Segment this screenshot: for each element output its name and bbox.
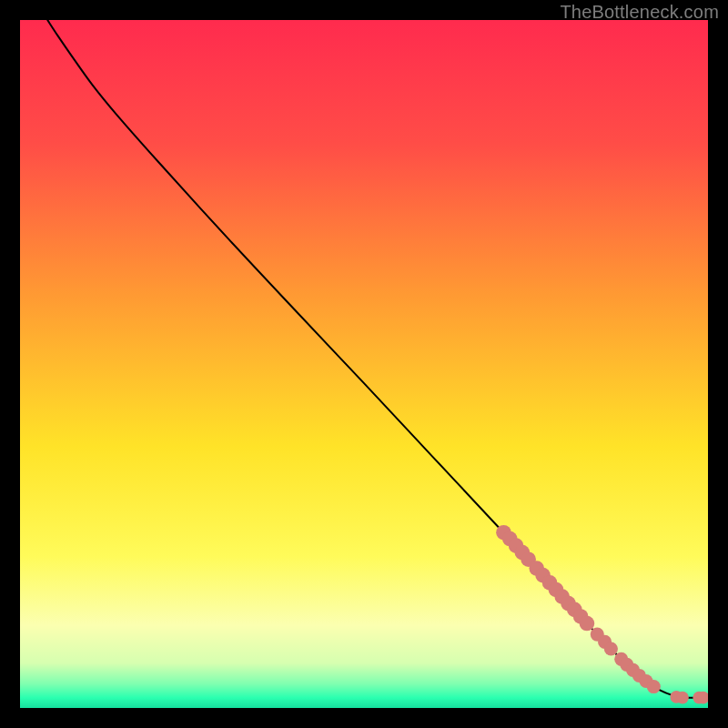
chart-stage: TheBottleneck.com [0,0,728,728]
data-marker [604,642,618,655]
data-marker [647,680,661,693]
plot-svg [20,20,708,708]
data-marker [580,616,595,632]
plot-area [20,20,708,708]
data-marker [676,692,689,704]
